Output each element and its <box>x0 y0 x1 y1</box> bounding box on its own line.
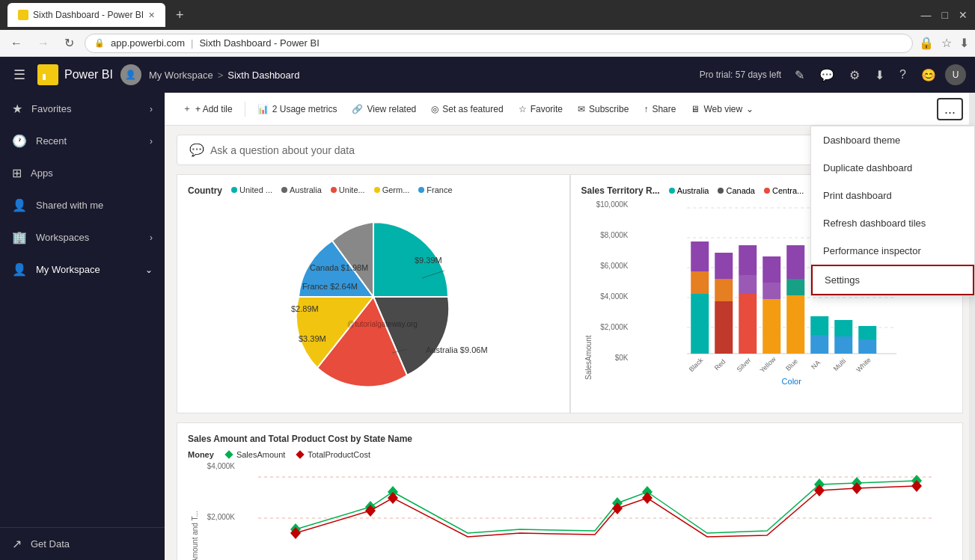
svg-rect-30 <box>786 245 804 279</box>
pie-chart-card: Country United ... Australia Unite... Ge… <box>177 174 570 413</box>
browser-window-controls: — □ ✕ <box>921 9 968 21</box>
more-options-button[interactable]: ... <box>937 98 963 120</box>
settings-button[interactable]: ⚙ <box>843 64 866 87</box>
user-avatar-topbar[interactable]: 👤 <box>120 64 141 85</box>
share-button[interactable]: ↑ Share <box>638 100 682 118</box>
sidebar-item-myworkspace[interactable]: 👤 My Workspace ⌄ <box>0 253 165 286</box>
sidebar-item-getdata[interactable]: ↗ Get Data <box>0 528 165 560</box>
sidebar-item-apps[interactable]: ⊞ Apps <box>0 157 165 189</box>
favorites-icon: ★ <box>12 102 22 116</box>
svg-text:Multi: Multi <box>831 357 847 373</box>
sidebar-label-getdata: Get Data <box>31 538 70 550</box>
svg-text:France $2.64M: France $2.64M <box>302 282 358 291</box>
dropdown-refresh[interactable]: Refresh dashboard tiles <box>811 209 974 237</box>
comment-button[interactable]: 💬 <box>813 64 840 87</box>
svg-rect-2 <box>50 69 53 80</box>
favorite-label: Favorite <box>531 104 563 114</box>
dropdown-settings[interactable]: Settings <box>811 265 974 295</box>
ellipsis-icon: ... <box>944 102 956 117</box>
browser-chrome: Sixth Dashboard - Power BI ✕ + — □ ✕ <box>0 0 975 30</box>
question-icon: 💬 <box>189 143 204 157</box>
view-related-button[interactable]: 🔗 View related <box>346 100 422 118</box>
sidebar-item-recent[interactable]: 🕐 Recent › <box>0 125 165 157</box>
minimize-button[interactable]: — <box>921 9 932 21</box>
edit-button[interactable]: ✎ <box>789 64 810 87</box>
trial-badge: Pro trial: 57 days left <box>700 70 781 80</box>
svg-text:Canada $1.98M: Canada $1.98M <box>310 263 368 272</box>
back-button[interactable]: ← <box>6 35 27 52</box>
add-tile-button[interactable]: ＋ + Add tile <box>177 99 239 119</box>
line-chart-title: Sales Amount and Total Product Cost by S… <box>188 434 952 444</box>
line-chart-legend: Money SalesAmount TotalProductCost <box>188 450 952 459</box>
feedback-button[interactable]: 😊 <box>915 64 942 87</box>
svg-rect-0 <box>43 74 46 80</box>
svg-rect-27 <box>762 256 780 283</box>
top-actions: ✎ 💬 ⚙ ⬇ ? 😊 U <box>789 64 966 87</box>
url-domain: app.powerbi.com <box>111 37 185 49</box>
dropdown-performance[interactable]: Performance inspector <box>811 237 974 265</box>
legend-item-2: Unite... <box>331 185 365 196</box>
breadcrumb-current: Sixth Dashboard <box>227 70 299 81</box>
sidebar-item-workspaces[interactable]: 🏢 Workspaces › <box>0 221 165 253</box>
browser-tab[interactable]: Sixth Dashboard - Power BI ✕ <box>7 3 165 27</box>
legend-sales-amount: SalesAmount <box>226 450 286 459</box>
sidebar-label-favorites: Favorites <box>31 103 71 114</box>
tab-favicon <box>18 10 28 20</box>
related-icon: 🔗 <box>352 104 363 114</box>
breadcrumb: My Workspace > Sixth Dashboard <box>149 70 692 81</box>
power-bi-logo: Power BI <box>37 64 113 85</box>
lock-icon: 🔒 <box>94 38 105 48</box>
share-label: Share <box>652 104 676 114</box>
featured-icon: ◎ <box>431 104 438 114</box>
new-tab-button[interactable]: + <box>171 7 189 23</box>
content-area: ＋ + Add tile 📊 2 Usage metrics 🔗 View re… <box>165 93 975 560</box>
subscribe-icon: ✉ <box>578 104 585 114</box>
forward-button[interactable]: → <box>33 35 54 52</box>
sidebar-label-shared: Shared with me <box>36 200 103 211</box>
download-button[interactable]: ⬇ <box>869 64 890 87</box>
view-related-label: View related <box>367 104 416 114</box>
legend-item-3: Germ... <box>374 185 410 196</box>
dropdown-duplicate[interactable]: Duplicate dashboard <box>811 154 974 182</box>
sidebar-item-favorites[interactable]: ★ Favorites › <box>0 93 165 125</box>
url-title: Sixth Dashboard - Power BI <box>199 37 319 49</box>
bar-legend-1: Canada <box>718 186 755 195</box>
app-container: ☰ Power BI 👤 My Workspace > Sixth Dashbo… <box>0 57 975 560</box>
dropdown-dashboard-theme[interactable]: Dashboard theme <box>811 126 974 154</box>
breadcrumb-workspace[interactable]: My Workspace <box>149 70 213 81</box>
web-view-label: Web view <box>703 104 742 114</box>
svg-rect-33 <box>810 316 828 335</box>
legend-title: Country <box>188 185 222 196</box>
logo-text: Power BI <box>64 68 113 81</box>
favorite-button[interactable]: ☆ Favorite <box>513 100 569 118</box>
top-bar: ☰ Power BI 👤 My Workspace > Sixth Dashbo… <box>0 57 975 93</box>
usage-metrics-button[interactable]: 📊 2 Usage metrics <box>251 100 343 118</box>
maximize-button[interactable]: □ <box>942 9 948 21</box>
bookmark-icon[interactable]: 🔒 <box>919 36 934 50</box>
add-tile-label: + Add tile <box>195 104 233 114</box>
close-button[interactable]: ✕ <box>959 9 968 21</box>
subscribe-button[interactable]: ✉ Subscribe <box>572 100 635 118</box>
url-bar[interactable]: 🔒 app.powerbi.com | Sixth Dashboard - Po… <box>85 34 913 53</box>
star-icon[interactable]: ☆ <box>941 36 952 50</box>
svg-rect-29 <box>762 299 780 354</box>
svg-text:White: White <box>855 356 872 373</box>
hamburger-menu[interactable]: ☰ <box>9 64 30 86</box>
set-featured-button[interactable]: ◎ Set as featured <box>425 100 509 118</box>
bar-chart-title: Sales Territory R... <box>581 185 660 196</box>
svg-rect-26 <box>739 294 757 354</box>
recent-icon: 🕐 <box>12 134 27 148</box>
tab-close-button[interactable]: ✕ <box>148 10 155 20</box>
download-icon[interactable]: ⬇ <box>959 36 969 50</box>
legend-item-4: France <box>418 185 452 196</box>
svg-rect-35 <box>834 320 852 336</box>
web-view-button[interactable]: 🖥 Web view ⌄ <box>685 100 759 118</box>
refresh-button[interactable]: ↻ <box>60 34 79 52</box>
url-separator: | <box>191 37 193 49</box>
user-avatar-menu[interactable]: U <box>945 64 966 85</box>
line-chart-area <box>238 462 952 560</box>
legend-item-1: Australia <box>281 185 322 196</box>
sidebar-item-shared[interactable]: 👤 Shared with me <box>0 189 165 221</box>
help-button[interactable]: ? <box>893 64 912 86</box>
dropdown-print[interactable]: Print dashboard <box>811 182 974 209</box>
